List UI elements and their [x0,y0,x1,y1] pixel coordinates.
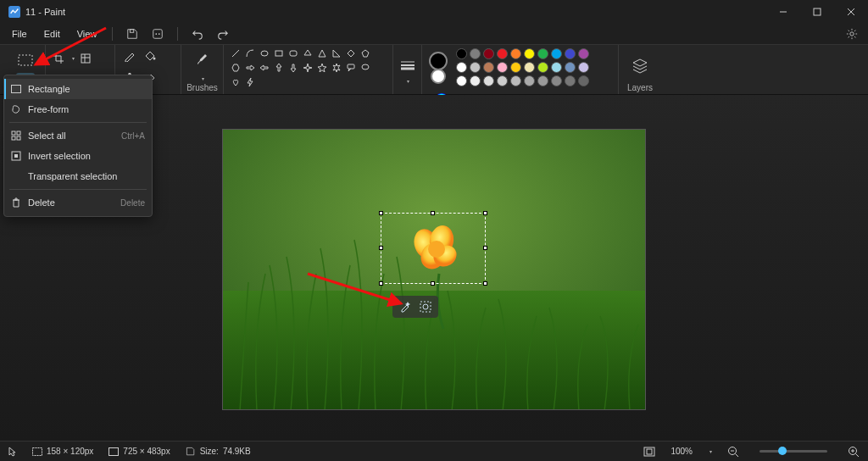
svg-point-8 [159,33,160,35]
brush-icon[interactable] [192,49,213,69]
color-swatch[interactable] [510,48,521,59]
color-swatch[interactable] [497,48,508,59]
color-swatch[interactable] [565,62,576,73]
zoom-slider[interactable] [760,450,827,453]
shape-star6-icon [331,63,342,73]
zoom-dropdown-icon[interactable]: ▾ [709,448,712,454]
color-swatch[interactable] [456,48,467,59]
color-swatch[interactable] [470,62,481,73]
color-swatch[interactable] [524,75,535,86]
selection-rectangle[interactable] [381,213,486,284]
svg-line-57 [736,453,739,457]
brushes-label: Brushes [186,83,218,92]
svg-rect-11 [81,54,90,63]
svg-rect-52 [109,447,119,455]
color-swatch[interactable] [578,62,589,73]
color-swatch[interactable] [551,62,562,73]
color-swatch[interactable] [470,75,481,86]
color-swatch[interactable] [537,62,548,73]
layers-group: Layers [619,45,661,94]
title-bar: 11 - Paint [0,0,868,24]
svg-marker-23 [348,50,354,57]
svg-rect-35 [17,131,20,135]
color1-swatch[interactable] [429,52,448,70]
colors-group: Colors [422,45,619,94]
minimize-button[interactable] [766,0,800,24]
svg-rect-39 [14,154,18,158]
svg-line-16 [232,50,239,57]
color-swatch[interactable] [578,48,589,59]
svg-rect-27 [348,64,354,69]
fit-icon[interactable] [643,447,655,457]
shape-rtriangle-icon [331,48,342,58]
color-swatch[interactable] [524,62,535,73]
shape-rect-icon [274,48,284,58]
svg-marker-24 [362,50,369,57]
menu-file[interactable]: File [7,27,32,41]
color-swatch[interactable] [551,48,562,59]
shape-callout-icon [346,63,356,73]
dropdown-invert[interactable]: Invert selection [4,146,152,166]
generative-erase-icon[interactable] [398,299,413,314]
color-swatch[interactable] [510,75,521,86]
color2-swatch[interactable] [431,69,446,84]
dropdown-transparent[interactable]: Transparent selection [4,166,152,186]
color-palette[interactable] [456,48,590,87]
svg-marker-20 [304,50,311,55]
zoom-in-icon[interactable] [848,446,860,458]
color-swatch[interactable] [537,48,548,59]
dropdown-freeform[interactable]: Free-form [4,99,152,119]
color-swatch[interactable] [565,48,576,59]
remove-background-icon[interactable] [418,299,433,314]
color-swatch[interactable] [510,62,521,73]
color-swatch[interactable] [497,62,508,73]
color-swatch[interactable] [524,48,535,59]
color-swatch[interactable] [456,75,467,86]
color-swatch[interactable] [456,62,467,73]
stroke-dropdown-icon[interactable]: ▾ [407,78,409,84]
undo-icon[interactable] [188,25,207,42]
dropdown-delete[interactable]: Delete Delete [4,192,152,213]
color-swatch[interactable] [497,75,508,86]
svg-rect-36 [12,136,15,140]
shapes-grid[interactable] [231,48,372,89]
menu-view[interactable]: View [72,27,103,41]
dropdown-rectangle[interactable]: Rectangle [4,79,152,99]
freeform-icon [11,104,21,114]
canvas[interactable] [222,129,646,410]
color-swatch[interactable] [483,48,494,59]
svg-point-50 [423,304,428,309]
color-swatch[interactable] [470,48,481,59]
layers-icon[interactable] [631,56,649,75]
pencil-icon[interactable] [122,48,137,64]
settings-icon[interactable] [843,25,861,42]
color-swatch[interactable] [483,75,494,86]
color-swatch[interactable] [483,62,494,73]
zoom-out-icon[interactable] [727,446,739,458]
copilot-icon[interactable] [148,25,167,42]
color-swatch[interactable] [537,75,548,86]
shape-triangle-icon [317,48,327,58]
cursor-icon [8,447,17,457]
selection-tool-icon[interactable] [18,53,33,68]
close-button[interactable] [834,0,868,24]
resize-icon[interactable] [80,51,102,66]
dropdown-select-all[interactable]: Select all Ctrl+A [4,125,152,146]
color-swatch[interactable] [578,75,589,86]
brush-dropdown-icon[interactable]: ▾ [190,75,216,81]
maximize-button[interactable] [800,0,834,24]
svg-rect-49 [420,302,431,312]
fill-icon[interactable] [142,48,158,64]
save-icon[interactable] [123,25,142,42]
invert-icon [11,151,21,161]
color-swatch[interactable] [551,75,562,86]
redo-icon[interactable] [214,25,232,42]
brushes-group: ▾ Brushes [181,45,224,94]
stroke-width-icon[interactable] [400,58,415,73]
menu-edit[interactable]: Edit [39,27,65,41]
color-swatch[interactable] [565,75,576,86]
crop-icon[interactable]: ▾ [53,51,75,66]
layers-label: Layers [627,83,653,92]
svg-rect-33 [12,86,21,93]
delete-icon [11,197,21,208]
